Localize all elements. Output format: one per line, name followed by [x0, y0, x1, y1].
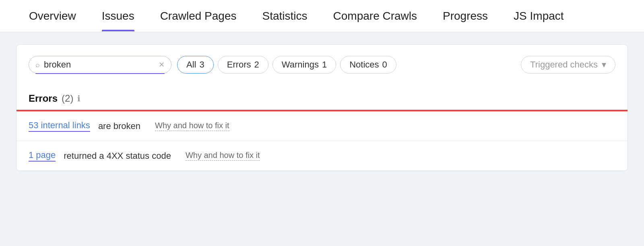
filter-btn-count-errors: 2 [254, 59, 259, 70]
filter-btn-all[interactable]: All 3 [177, 56, 214, 74]
issue-row-0: 53 internal links are broken Why and how… [17, 111, 627, 141]
errors-count: (2) [62, 93, 73, 104]
filter-btn-label-warnings: Warnings [282, 59, 319, 70]
clear-icon[interactable]: ✕ [159, 60, 165, 69]
filter-btn-label-errors: Errors [227, 59, 251, 70]
filter-bar: ⌕ broken ✕ All 3Errors 2Warnings 1Notice… [17, 45, 627, 85]
top-nav: OverviewIssuesCrawled PagesStatisticsCom… [0, 0, 644, 32]
info-icon: ℹ [77, 94, 80, 103]
triggered-checks-label: Triggered checks [530, 59, 598, 70]
main-content: ⌕ broken ✕ All 3Errors 2Warnings 1Notice… [0, 32, 644, 183]
filter-btn-count-all: 3 [199, 59, 204, 70]
search-input[interactable]: broken [44, 59, 155, 70]
issue-row-1: 1 page returned a 4XX status code Why an… [17, 141, 627, 171]
nav-item-crawled-pages[interactable]: Crawled Pages [147, 0, 250, 32]
nav-item-statistics[interactable]: Statistics [250, 0, 320, 32]
filter-btn-warnings[interactable]: Warnings 1 [272, 56, 336, 74]
filter-btn-notices[interactable]: Notices 0 [340, 56, 396, 74]
filter-buttons: All 3Errors 2Warnings 1Notices 0 [177, 56, 396, 74]
search-wrapper: ⌕ broken ✕ [29, 56, 171, 74]
filter-btn-count-warnings: 1 [322, 59, 327, 70]
filter-btn-label-notices: Notices [349, 59, 379, 70]
issue-text-1: returned a 4XX status code [64, 151, 171, 161]
search-icon: ⌕ [35, 61, 40, 69]
chevron-down-icon: ▾ [602, 59, 606, 70]
nav-item-compare-crawls[interactable]: Compare Crawls [320, 0, 430, 32]
filter-btn-label-all: All [186, 59, 196, 70]
nav-item-overview[interactable]: Overview [16, 0, 89, 32]
issues-card: ⌕ broken ✕ All 3Errors 2Warnings 1Notice… [16, 44, 628, 171]
filter-btn-count-notices: 0 [382, 59, 387, 70]
fix-link-1[interactable]: Why and how to fix it [186, 151, 260, 161]
issue-rows: 53 internal links are broken Why and how… [17, 111, 627, 171]
issue-link-1[interactable]: 1 page [29, 150, 56, 162]
nav-item-progress[interactable]: Progress [430, 0, 501, 32]
errors-title: Errors [29, 93, 58, 104]
nav-item-issues[interactable]: Issues [89, 0, 147, 32]
fix-link-0[interactable]: Why and how to fix it [155, 121, 229, 131]
issue-link-0[interactable]: 53 internal links [29, 120, 90, 132]
errors-header: Errors (2) ℹ [17, 85, 627, 110]
triggered-checks-dropdown[interactable]: Triggered checks ▾ [521, 56, 615, 74]
issue-text-0: are broken [98, 121, 140, 131]
filter-btn-errors[interactable]: Errors 2 [218, 56, 268, 74]
nav-item-js-impact[interactable]: JS Impact [501, 0, 576, 32]
